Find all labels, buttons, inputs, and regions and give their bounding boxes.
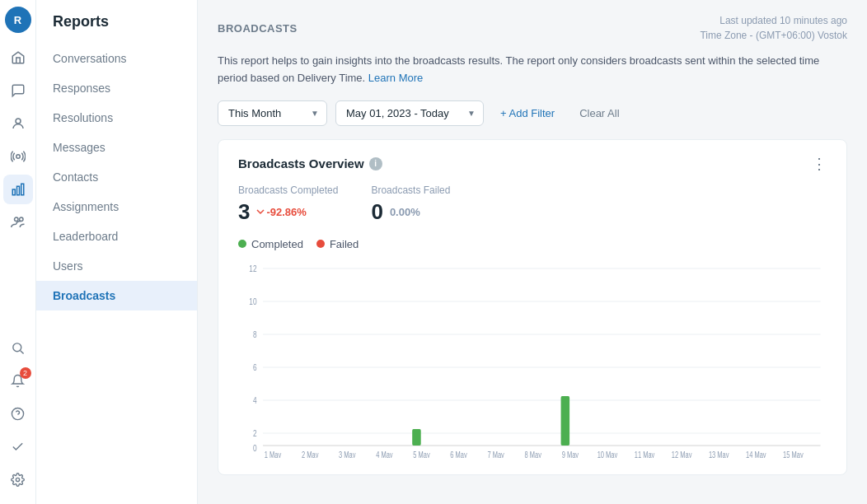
- chart-title-text: Broadcasts Overview: [238, 156, 364, 170]
- svg-text:14 May: 14 May: [746, 450, 766, 458]
- svg-text:10: 10: [249, 296, 257, 306]
- settings-icon-btn[interactable]: [3, 464, 33, 494]
- stat-completed: Broadcasts Completed 3 -92.86%: [238, 184, 338, 225]
- svg-text:12: 12: [249, 263, 256, 273]
- legend-completed-label: Completed: [251, 238, 303, 250]
- date-range-filter-wrap: May 01, 2023 - Today ▼: [335, 100, 484, 126]
- svg-text:9 May: 9 May: [562, 450, 579, 458]
- svg-text:10 May: 10 May: [598, 450, 618, 458]
- svg-rect-2: [12, 189, 15, 195]
- period-filter-wrap: This Month Last Month Last 7 Days Custom…: [218, 100, 327, 126]
- svg-text:15 May: 15 May: [783, 450, 804, 458]
- svg-text:1 May: 1 May: [265, 450, 282, 458]
- legend-failed-label: Failed: [330, 238, 359, 250]
- last-updated-info: Last updated 10 minutes ago Time Zone - …: [700, 13, 847, 43]
- stat-failed-value: 0 0.00%: [371, 199, 450, 225]
- add-filter-button[interactable]: + Add Filter: [492, 101, 563, 125]
- stat-completed-label: Broadcasts Completed: [238, 184, 338, 196]
- svg-text:12 May: 12 May: [672, 450, 692, 458]
- broadcast-icon-btn[interactable]: [3, 142, 33, 171]
- stat-failed-change: 0.00%: [390, 206, 420, 218]
- last-updated-text: Last updated 10 minutes ago: [700, 13, 847, 28]
- sidebar-item-responses[interactable]: Responses: [36, 73, 197, 103]
- main-header: BROADCASTS Last updated 10 minutes ago T…: [198, 0, 867, 53]
- broadcasts-overview-card: Broadcasts Overview i ⋮ Broadcasts Compl…: [218, 139, 847, 475]
- svg-text:11 May: 11 May: [635, 450, 655, 458]
- svg-point-11: [16, 478, 19, 481]
- timezone-text: Time Zone - (GMT+06:00) Vostok: [700, 28, 847, 43]
- svg-rect-4: [21, 184, 23, 195]
- contacts-icon-btn[interactable]: [3, 109, 33, 138]
- avatar[interactable]: R: [5, 7, 31, 33]
- clear-all-button[interactable]: Clear All: [571, 101, 627, 125]
- check-icon-btn[interactable]: [3, 432, 33, 461]
- notification-badge: 2: [20, 367, 31, 379]
- filters-row: This Month Last Month Last 7 Days Custom…: [198, 100, 867, 139]
- period-filter-select[interactable]: This Month Last Month Last 7 Days Custom…: [218, 100, 327, 126]
- svg-text:4 May: 4 May: [376, 450, 393, 458]
- legend-failed-dot: [316, 240, 325, 248]
- bar-5may-completed: [412, 429, 421, 446]
- chart-legend: Completed Failed: [238, 238, 827, 250]
- chart-info-icon[interactable]: i: [369, 157, 382, 170]
- svg-text:2 May: 2 May: [302, 450, 319, 458]
- svg-point-5: [14, 217, 18, 222]
- sidebar-item-resolutions[interactable]: Resolutions: [36, 103, 197, 133]
- sidebar-item-conversations[interactable]: Conversations: [36, 44, 197, 73]
- svg-point-1: [16, 155, 20, 159]
- svg-text:6 May: 6 May: [450, 450, 467, 458]
- svg-line-8: [21, 350, 24, 353]
- stat-completed-number: 3: [238, 199, 250, 225]
- stat-failed-label: Broadcasts Failed: [371, 184, 450, 196]
- bar-chart-area: 12 10 8 6 4 2 0 1 May 2 May 3 May 4 May …: [238, 260, 827, 458]
- sidebar-item-leaderboard[interactable]: Leaderboard: [36, 222, 197, 251]
- sidebar-item-contacts[interactable]: Contacts: [36, 162, 197, 192]
- svg-text:13 May: 13 May: [709, 450, 729, 458]
- date-range-filter-select[interactable]: May 01, 2023 - Today: [335, 100, 484, 126]
- bar-chart-svg: 12 10 8 6 4 2 0 1 May 2 May 3 May 4 May …: [238, 260, 827, 458]
- notifications-icon-btn[interactable]: 2: [3, 366, 33, 395]
- stat-failed-number: 0: [371, 199, 382, 225]
- main-content: BROADCASTS Last updated 10 minutes ago T…: [198, 0, 867, 504]
- svg-text:6: 6: [253, 362, 257, 371]
- sidebar: Reports Conversations Responses Resoluti…: [36, 0, 198, 504]
- page-section-title: BROADCASTS: [218, 22, 298, 35]
- info-text: This report helps to gain insights into …: [218, 54, 819, 84]
- chart-card-header: Broadcasts Overview i ⋮: [238, 156, 827, 171]
- svg-text:2: 2: [253, 427, 257, 437]
- stat-completed-value: 3 -92.86%: [238, 199, 338, 225]
- info-box: This report helps to gain insights into …: [218, 53, 847, 87]
- sidebar-title: Reports: [36, 10, 197, 44]
- stat-failed: Broadcasts Failed 0 0.00%: [371, 184, 450, 225]
- svg-text:7 May: 7 May: [487, 450, 504, 458]
- svg-point-0: [16, 119, 21, 124]
- svg-text:5 May: 5 May: [413, 450, 430, 458]
- stat-failed-change-value: 0.00%: [390, 206, 420, 218]
- legend-completed-dot: [238, 240, 246, 248]
- stat-completed-change-value: -92.86%: [266, 206, 306, 218]
- chart-more-options-button[interactable]: ⋮: [812, 156, 827, 171]
- svg-text:0: 0: [253, 442, 257, 452]
- team-icon-btn[interactable]: [3, 208, 33, 237]
- svg-text:8 May: 8 May: [525, 450, 542, 458]
- svg-point-7: [13, 343, 21, 351]
- icon-bar-bottom: 2: [3, 333, 33, 494]
- sidebar-item-broadcasts[interactable]: Broadcasts: [36, 281, 197, 310]
- bar-9may-completed: [561, 396, 570, 446]
- svg-rect-3: [16, 186, 19, 195]
- reports-icon-btn[interactable]: [3, 175, 33, 204]
- sidebar-item-messages[interactable]: Messages: [36, 133, 197, 162]
- chart-title: Broadcasts Overview i: [238, 156, 382, 170]
- svg-text:8: 8: [253, 329, 257, 338]
- learn-more-link[interactable]: Learn More: [368, 72, 423, 84]
- sidebar-item-assignments[interactable]: Assignments: [36, 192, 197, 222]
- home-icon-btn[interactable]: [3, 43, 33, 72]
- stats-row: Broadcasts Completed 3 -92.86% Broadcast…: [238, 184, 827, 225]
- svg-text:3 May: 3 May: [339, 450, 356, 458]
- stat-completed-change: -92.86%: [256, 206, 306, 218]
- help-icon-btn[interactable]: [3, 399, 33, 428]
- search-icon-btn[interactable]: [3, 333, 33, 362]
- conversations-icon-btn[interactable]: [3, 76, 33, 105]
- sidebar-item-users[interactable]: Users: [36, 251, 197, 281]
- svg-text:4: 4: [253, 394, 257, 404]
